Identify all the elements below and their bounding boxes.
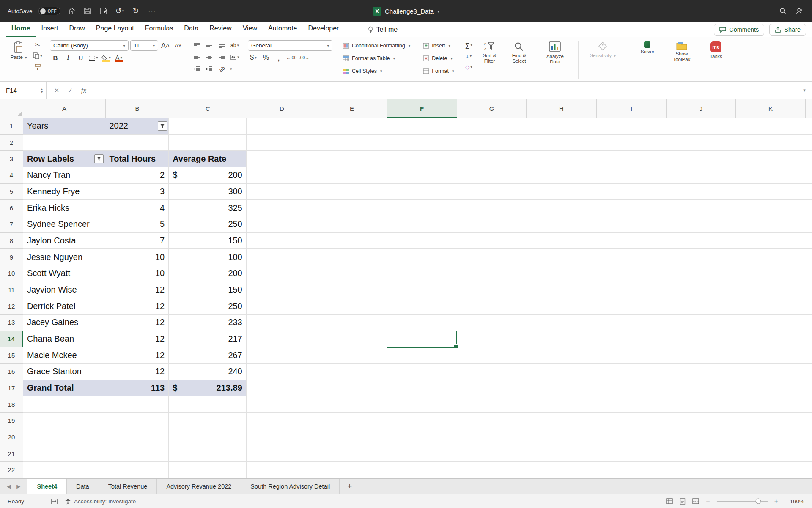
cell-H1[interactable] xyxy=(525,118,595,135)
cell-C2[interactable] xyxy=(169,135,247,151)
cell-H4[interactable] xyxy=(525,167,595,184)
cell-F5[interactable] xyxy=(386,184,456,200)
paste-dropdown-icon[interactable]: ▾ xyxy=(25,55,27,60)
cell-C13[interactable]: 233 xyxy=(169,315,247,331)
cell-H11[interactable] xyxy=(525,282,595,298)
cell-H6[interactable] xyxy=(525,200,595,216)
cell-H7[interactable] xyxy=(525,216,595,233)
cell-A1[interactable]: Years xyxy=(23,118,106,135)
cell-A20[interactable] xyxy=(23,429,106,446)
cell-K9[interactable] xyxy=(734,249,804,265)
cell-A5[interactable]: Kennedy Frye xyxy=(23,184,106,200)
conditional-formatting-button[interactable]: Conditional Formatting ▾ xyxy=(340,40,413,51)
cell-B8[interactable]: 7 xyxy=(105,233,169,249)
cell-G21[interactable] xyxy=(456,445,526,462)
insert-function-icon[interactable]: fx xyxy=(78,85,90,97)
cell-C4[interactable]: $200 xyxy=(169,167,247,184)
row-header-19[interactable]: 19 xyxy=(0,413,23,429)
cell-J20[interactable] xyxy=(665,429,735,446)
merge-center-icon[interactable]: ▾ xyxy=(229,52,240,62)
cell-I15[interactable] xyxy=(595,347,665,364)
cell-F17[interactable] xyxy=(386,380,456,397)
increase-font-size-icon[interactable]: A˄ xyxy=(160,41,171,51)
cell-E9[interactable] xyxy=(316,249,386,265)
cell-F21[interactable] xyxy=(386,445,456,462)
cell-C11[interactable]: 150 xyxy=(169,282,247,298)
cell-J10[interactable] xyxy=(665,265,735,282)
decrease-decimal-icon[interactable]: .00→ xyxy=(299,52,310,63)
cell-J5[interactable] xyxy=(665,184,735,200)
copy-icon[interactable]: ▾ xyxy=(33,51,42,61)
orientation-dropdown-icon[interactable]: ▾ xyxy=(230,67,232,71)
fill-color-icon[interactable]: ▾ xyxy=(101,52,112,63)
fill-down-icon[interactable]: ↓▾ xyxy=(464,51,473,61)
cell-B14[interactable]: 12 xyxy=(105,331,169,348)
redo-button[interactable]: ↻ xyxy=(131,6,141,16)
cell-E12[interactable] xyxy=(316,298,386,315)
cell-K12[interactable] xyxy=(734,298,804,315)
cell-F10[interactable] xyxy=(386,265,456,282)
undo-dropdown-icon[interactable]: ▾ xyxy=(122,9,124,13)
cell-D9[interactable] xyxy=(247,249,317,265)
cell-D14[interactable] xyxy=(247,331,317,348)
cell-G9[interactable] xyxy=(456,249,526,265)
align-bottom-icon[interactable] xyxy=(217,40,228,50)
row-header-22[interactable]: 22 xyxy=(0,462,23,478)
tab-automate[interactable]: Automate xyxy=(263,22,302,37)
cell-C15[interactable]: 267 xyxy=(169,347,247,364)
cell-D13[interactable] xyxy=(247,315,317,331)
cell-G18[interactable] xyxy=(456,396,526,413)
cell-F22[interactable] xyxy=(386,462,456,478)
cell-I16[interactable] xyxy=(595,364,665,380)
cell-C21[interactable] xyxy=(169,445,247,462)
cell-A21[interactable] xyxy=(23,445,106,462)
cell-H20[interactable] xyxy=(525,429,595,446)
cell-I21[interactable] xyxy=(595,445,665,462)
currency-dropdown-icon[interactable]: ▾ xyxy=(255,55,257,60)
tab-page-layout[interactable]: Page Layout xyxy=(91,22,140,37)
row-header-17[interactable]: 17 xyxy=(0,380,23,397)
cell-F8[interactable] xyxy=(386,233,456,249)
cell-E15[interactable] xyxy=(316,347,386,364)
cell-B9[interactable]: 10 xyxy=(105,249,169,265)
cell-J14[interactable] xyxy=(665,331,735,348)
cell-B13[interactable]: 12 xyxy=(105,315,169,331)
add-sheet-button[interactable]: + xyxy=(340,479,359,494)
cell-G22[interactable] xyxy=(456,462,526,478)
cell-I18[interactable] xyxy=(595,396,665,413)
cell-B10[interactable]: 10 xyxy=(105,265,169,282)
insert-cells-button[interactable]: Insert ▾ xyxy=(420,40,456,51)
cell-H3[interactable] xyxy=(525,151,595,167)
cell-K13[interactable] xyxy=(734,315,804,331)
cell-A10[interactable]: Scott Wyatt xyxy=(23,265,106,282)
more-commands-button[interactable]: ⋯ xyxy=(147,6,157,16)
cell-I7[interactable] xyxy=(595,216,665,233)
row-header-3[interactable]: 3 xyxy=(0,151,23,167)
row-header-9[interactable]: 9 xyxy=(0,249,23,265)
cell-J19[interactable] xyxy=(665,413,735,429)
cell-B7[interactable]: 5 xyxy=(105,216,169,233)
cell-K8[interactable] xyxy=(734,233,804,249)
cut-icon[interactable]: ✂ xyxy=(33,40,42,50)
format-dropdown-icon[interactable]: ▾ xyxy=(452,69,454,73)
cell-D21[interactable] xyxy=(247,445,317,462)
select-all-corner[interactable] xyxy=(0,99,23,118)
column-header-B[interactable]: B xyxy=(106,99,169,118)
row-header-7[interactable]: 7 xyxy=(0,216,23,233)
filter-dropdown-icon[interactable] xyxy=(158,121,167,131)
sheet-scroll-right-icon[interactable]: ▶ xyxy=(16,483,20,489)
cell-D15[interactable] xyxy=(247,347,317,364)
cell-C1[interactable] xyxy=(169,118,247,135)
cell-A6[interactable]: Erika Hicks xyxy=(23,200,106,216)
zoom-level[interactable]: 190% xyxy=(785,498,804,505)
cell-B1[interactable]: 2022 xyxy=(105,118,169,135)
cell-G6[interactable] xyxy=(456,200,526,216)
search-icon[interactable] xyxy=(778,6,788,16)
cell-I2[interactable] xyxy=(595,135,665,151)
cell-E6[interactable] xyxy=(316,200,386,216)
cell-D6[interactable] xyxy=(247,200,317,216)
find-select-button[interactable]: Find & Select xyxy=(505,40,532,72)
cell-G3[interactable] xyxy=(456,151,526,167)
cell-G1[interactable] xyxy=(456,118,526,135)
column-header-A[interactable]: A xyxy=(23,99,106,118)
